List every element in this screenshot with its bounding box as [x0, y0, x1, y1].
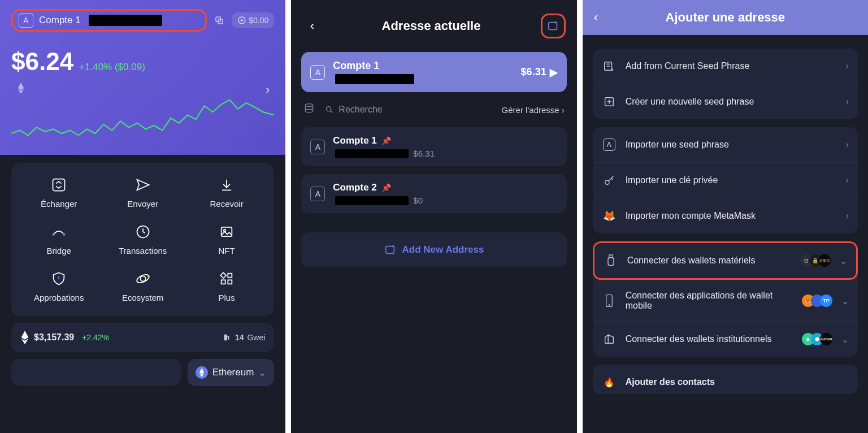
approvals-button[interactable]: Approbations: [17, 270, 101, 302]
ecosystem-button[interactable]: Ecosystem: [101, 270, 184, 302]
active-account-card[interactable]: A Compte 1 $6.31 ▶: [301, 52, 566, 92]
gwei-label: Gwei: [247, 333, 265, 342]
account-name: Compte 1: [39, 15, 81, 26]
account-name: Compte 1: [333, 135, 376, 146]
svg-point-22: [605, 180, 609, 184]
svg-rect-24: [608, 258, 614, 265]
eth-price: $3,157.39: [34, 332, 74, 343]
chevron-right-icon: ›: [846, 175, 849, 185]
shield-icon: [50, 270, 67, 287]
metamask-icon: 🦊: [602, 209, 617, 223]
search-input[interactable]: Recherche: [325, 105, 494, 115]
account-badge-icon: A: [310, 187, 325, 201]
account-address-redacted: [335, 196, 409, 205]
add-from-seed-row[interactable]: Add from Current Seed Phrase ›: [593, 49, 858, 84]
send-button[interactable]: Envoyer: [101, 176, 184, 209]
chevron-down-icon: ⌄: [840, 256, 847, 266]
ethereum-network-icon: [196, 366, 208, 379]
connect-mobile-row[interactable]: Connecter des applications de wallet mob…: [593, 280, 858, 321]
svg-rect-12: [220, 272, 226, 278]
hardware-brands-icons: ⊡🔒GRID: [804, 254, 831, 267]
connect-hardware-row[interactable]: Connecter des wallets matériels ⊡🔒GRID ⌄: [593, 241, 858, 280]
eth-price-delta: +2.42%: [82, 333, 109, 342]
account-name: Compte 2: [333, 182, 376, 193]
chevron-down-icon: ⌄: [258, 367, 266, 379]
svg-point-11: [147, 275, 149, 278]
account-balance: $6.31: [413, 149, 435, 158]
seed-icon: A: [602, 137, 617, 152]
transactions-button[interactable]: Transactions: [101, 223, 184, 256]
ethereum-icon: [20, 331, 29, 344]
back-button[interactable]: ‹: [302, 19, 322, 33]
svg-rect-23: [609, 255, 613, 258]
manage-address-link[interactable]: Gérer l'adresse ›: [502, 105, 565, 115]
mobile-brands-icons: 🦊TP: [805, 295, 832, 307]
gas-icon: [237, 16, 246, 25]
clock-icon: [134, 223, 151, 240]
balance-chart[interactable]: ›: [11, 81, 274, 155]
swap-button[interactable]: Échanger: [17, 176, 101, 209]
gas-price-chip[interactable]: $0.00: [232, 12, 274, 28]
import-metamask-row[interactable]: 🦊 Importer mon compte MetaMask ›: [593, 198, 858, 233]
network-selector[interactable]: Ethereum ⌄: [188, 359, 275, 386]
gwei-value: 14: [235, 333, 244, 342]
nft-button[interactable]: NFT: [185, 223, 268, 256]
account-address-redacted: [335, 74, 414, 84]
receive-button[interactable]: Recevoir: [185, 176, 268, 209]
screen-address-list: ‹ Adresse actuelle A Compte 1 $6.31 ▶ Re…: [291, 0, 576, 433]
more-button[interactable]: Plus: [185, 270, 268, 302]
eth-price-row[interactable]: $3,157.39 +2.42% 14 Gwei: [11, 323, 274, 352]
svg-point-26: [609, 305, 610, 306]
import-seed-row[interactable]: A Importer une seed phrase ›: [593, 127, 858, 162]
key-icon: [602, 173, 617, 188]
ethereum-icon: [17, 83, 25, 96]
add-address-icon: [547, 20, 559, 32]
empty-chip: [11, 359, 181, 386]
screen-title: Adresse actuelle: [382, 19, 481, 33]
gas-price-value: $0.00: [249, 16, 268, 25]
account-address-redacted: [89, 15, 162, 26]
import-key-row[interactable]: Importer une clé privée ›: [593, 162, 858, 198]
chevron-right-icon: ›: [846, 140, 849, 150]
account-row[interactable]: A Compte 1📌 $6.31: [301, 127, 566, 166]
total-balance: $6.24: [11, 47, 73, 76]
screen-title: Ajouter une adresse: [666, 10, 785, 25]
swap-icon: [50, 176, 67, 193]
svg-rect-3: [53, 179, 65, 191]
account-balance: $0: [413, 196, 423, 205]
svg-point-9: [140, 276, 145, 281]
chevron-right-icon: ›: [266, 83, 270, 97]
add-address-header-button[interactable]: [541, 14, 566, 38]
svg-point-10: [136, 273, 150, 284]
chevron-right-icon: ›: [562, 105, 565, 115]
screen-add-address: ‹ Ajouter une adresse Add from Current S…: [583, 0, 868, 433]
image-icon: [218, 223, 235, 240]
account-selector[interactable]: A Compte 1: [11, 9, 207, 32]
account-badge-icon: A: [310, 65, 325, 80]
back-button[interactable]: ‹: [594, 10, 598, 25]
usb-icon: [604, 253, 618, 268]
svg-rect-7: [222, 227, 232, 236]
svg-point-5: [63, 233, 66, 236]
svg-rect-13: [228, 274, 232, 278]
action-grid: Échanger Envoyer Recevoir Bridge Transac…: [11, 163, 274, 316]
bridge-icon: [50, 223, 67, 240]
bridge-button[interactable]: Bridge: [17, 223, 101, 256]
database-icon[interactable]: [303, 102, 318, 117]
connect-institutional-row[interactable]: Connecter des wallets institutionnels ◆⬢…: [593, 321, 858, 357]
pin-icon: 📌: [381, 183, 391, 192]
account-address-redacted: [335, 149, 409, 158]
orbit-icon: [134, 270, 151, 287]
create-seed-row[interactable]: Créer une nouvelle seed phrase ›: [593, 84, 858, 119]
copy-address-button[interactable]: [211, 12, 227, 28]
institutional-brands-icons: ◆⬢AMBER: [805, 333, 832, 345]
seed-add-icon: [602, 59, 617, 73]
add-contacts-row[interactable]: 🔥 Ajouter des contacts: [593, 365, 858, 394]
chevron-down-icon: ⌄: [841, 334, 849, 345]
svg-rect-19: [385, 246, 394, 254]
add-new-address-button[interactable]: Add New Address: [301, 232, 566, 267]
account-balance: $6.31: [521, 66, 546, 78]
svg-point-4: [53, 233, 55, 236]
account-row[interactable]: A Compte 2📌 $0: [301, 174, 566, 213]
hero-section: A Compte 1 $0.00 $6.24 +1.40% ($0.09) ›: [0, 0, 285, 155]
